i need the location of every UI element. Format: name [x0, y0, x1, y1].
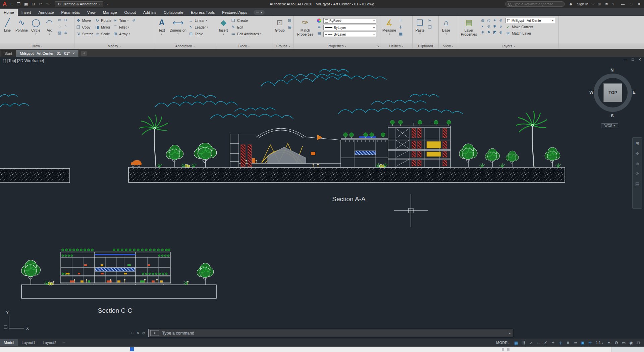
arc-tool-button[interactable]: ◠Arc▾: [43, 16, 56, 43]
linear-dimension-button[interactable]: ↔Linear▾: [189, 18, 208, 23]
dimension-tool-button[interactable]: ⟷Dimension▾: [169, 16, 187, 43]
command-close-icon[interactable]: ✕: [136, 331, 139, 335]
selection-cycling-toggle[interactable]: ▣: [579, 340, 586, 345]
new-file-icon[interactable]: □: [11, 2, 13, 6]
search-box[interactable]: [505, 1, 565, 7]
orbit-icon[interactable]: ⟳: [636, 171, 639, 176]
hatch-icon[interactable]: ▨: [57, 31, 62, 36]
layer-tool-icon[interactable]: ⊙: [486, 24, 491, 30]
copy-button[interactable]: ❐Copy: [76, 25, 93, 30]
draw-panel-title[interactable]: Draw▾: [0, 43, 74, 49]
taskbar-tray-icon[interactable]: [502, 348, 504, 351]
layer-tool-icon[interactable]: ◍: [480, 18, 485, 24]
drawing-area[interactable]: Section A-A Section C-C Y X [-] [Top] [2…: [0, 57, 644, 339]
viewcube[interactable]: N W E S TOP WCS▾: [589, 67, 637, 134]
layer-properties-button[interactable]: ▤Layer Properties: [459, 16, 479, 43]
current-layer-select[interactable]: MrEgypt - Art Cente▾: [505, 18, 555, 23]
dialog-launcher-icon[interactable]: ↘: [376, 44, 379, 48]
tab-output[interactable]: Output: [120, 9, 140, 16]
groups-panel-title[interactable]: Groups▾: [272, 43, 293, 49]
circle-tool-button[interactable]: ◯Circle▾: [30, 16, 42, 43]
recent-commands-icon[interactable]: >: [150, 330, 159, 336]
section-cc-label[interactable]: Section C-C: [98, 307, 132, 314]
object-snap-tracking-toggle[interactable]: ⌖: [549, 340, 556, 345]
object-color-select[interactable]: ByBlock▾: [323, 18, 376, 24]
revcloud-icon[interactable]: ≋: [63, 31, 68, 36]
visual-style-button[interactable]: [2D Wireframe]: [17, 58, 44, 63]
view-control-button[interactable]: [Top]: [7, 58, 16, 63]
viewcube-top-face[interactable]: TOP: [603, 83, 622, 102]
save-icon[interactable]: ▦: [24, 2, 28, 6]
create-block-button[interactable]: ❒Create: [231, 18, 261, 23]
scale-button[interactable]: ▱Scale: [95, 31, 111, 37]
car-block[interactable]: [131, 160, 142, 167]
drawing-restore-icon[interactable]: □: [632, 57, 634, 62]
file-tab-start[interactable]: Start: [1, 50, 16, 57]
tab-home[interactable]: Home: [0, 9, 18, 16]
lineweight-icon[interactable]: ≣: [318, 25, 321, 29]
minimize-icon[interactable]: —: [621, 2, 625, 6]
windows-taskbar[interactable]: [0, 347, 644, 352]
layer-tool-icon[interactable]: ⌀: [498, 24, 503, 30]
ribbon-options-button[interactable]: ⋯ ▾: [254, 10, 265, 15]
isolate-objects-button[interactable]: ◉: [628, 340, 635, 345]
rotate-button[interactable]: ↻Rotate: [95, 18, 111, 23]
donut-icon[interactable]: ⊙: [63, 18, 68, 24]
group-edit-button[interactable]: ⊞: [287, 25, 292, 30]
redo-icon[interactable]: ↷: [46, 2, 49, 6]
tab-manage[interactable]: Manage: [99, 9, 121, 16]
edit-attributes-button[interactable]: ≔Edit Attributes▾: [231, 31, 261, 37]
polar-tracking-toggle[interactable]: ∠: [542, 340, 549, 345]
mirror-button[interactable]: ◨Mirror: [95, 25, 111, 30]
fillet-button[interactable]: ⌒Fillet▾: [113, 25, 130, 30]
view-panel-title[interactable]: View▾: [439, 43, 458, 49]
section-aa-drawing[interactable]: [0, 111, 565, 183]
autocad-logo-icon[interactable]: A: [0, 1, 9, 7]
table-button[interactable]: ⊞Table: [189, 31, 208, 37]
drawing-close-icon[interactable]: ✕: [638, 57, 641, 62]
viewcube-west[interactable]: W: [589, 90, 593, 95]
layer-tool-icon[interactable]: ⊗: [498, 30, 503, 36]
taskbar-clock-area[interactable]: [611, 347, 644, 352]
tab-collaborate[interactable]: Collaborate: [160, 9, 187, 16]
modify-panel-title[interactable]: Modify▾: [74, 43, 154, 49]
line-tool-button[interactable]: ╱Line: [1, 16, 14, 43]
close-icon[interactable]: ✕: [72, 52, 75, 55]
help-icon[interactable]: ?: [612, 2, 614, 6]
array-button[interactable]: ⊞Array▾: [113, 31, 130, 37]
properties-panel-title[interactable]: Properties▾↘: [294, 43, 380, 49]
workspace-switcher[interactable]: ⚙ Drafting & Annotation ▾: [55, 1, 104, 7]
section-aa-label[interactable]: Section A-A: [332, 195, 366, 203]
stretch-button[interactable]: ⇲Stretch: [76, 31, 93, 37]
model-space-button[interactable]: MODEL: [494, 340, 513, 346]
annotation-panel-title[interactable]: Annotation▾: [154, 43, 216, 49]
snap-mode-toggle[interactable]: ⣿: [520, 340, 527, 345]
clipboard-panel-title[interactable]: Clipboard: [413, 43, 438, 49]
layer-tool-icon[interactable]: ✦: [492, 18, 497, 24]
user-icon[interactable]: ☻: [569, 2, 573, 6]
cut-button[interactable]: ✂: [427, 18, 432, 23]
tab-express-tools[interactable]: Express Tools: [187, 9, 218, 16]
linetype-select[interactable]: ByLayer▾: [323, 32, 376, 37]
showmotion-icon[interactable]: ▤: [635, 181, 639, 186]
undo-icon[interactable]: ↶: [39, 2, 42, 6]
taskbar-app-icon[interactable]: [130, 347, 134, 351]
tab-featured-apps[interactable]: Featured Apps: [218, 9, 251, 16]
full-navigation-wheel-icon[interactable]: ⊞: [636, 141, 639, 146]
linetype-icon[interactable]: ▤: [317, 31, 321, 36]
dynamic-input-toggle[interactable]: ✛: [586, 340, 593, 345]
zoom-icon[interactable]: ⊕: [636, 161, 639, 166]
sign-in-button[interactable]: Sign In: [577, 2, 588, 6]
drawing-minimize-icon[interactable]: —: [624, 57, 627, 62]
layout1-tab[interactable]: Layout1: [18, 339, 39, 346]
layer-tool-icon[interactable]: ❄: [480, 30, 485, 36]
wcs-button[interactable]: WCS▾: [601, 123, 618, 128]
point-icon[interactable]: ∴: [63, 24, 68, 30]
app-store-icon[interactable]: ⊞: [598, 2, 601, 6]
tab-parametric[interactable]: Parametric: [58, 9, 84, 16]
open-file-icon[interactable]: ❒: [17, 2, 20, 6]
file-tab-document[interactable]: MrEgypt - Art Center - 01 - 01*✕: [16, 50, 79, 57]
lineweight-select[interactable]: ByLayer▾: [323, 25, 376, 30]
drawing-viewport[interactable]: Section A-A Section C-C Y X: [0, 57, 644, 339]
viewcube-east[interactable]: E: [633, 90, 636, 95]
